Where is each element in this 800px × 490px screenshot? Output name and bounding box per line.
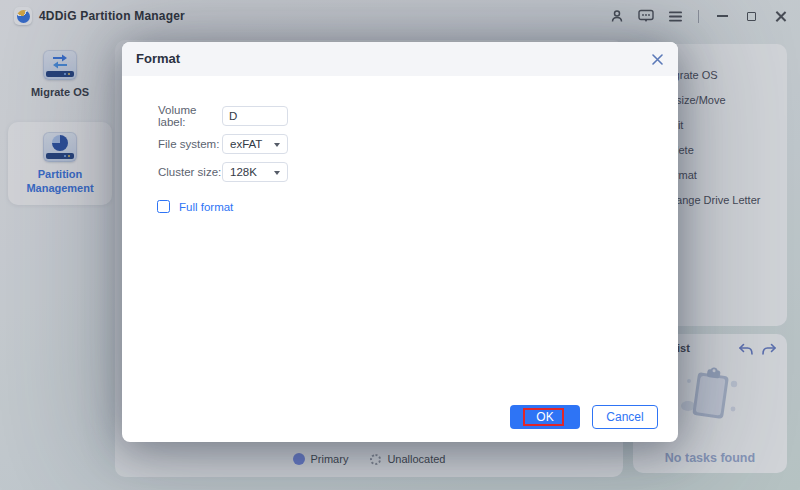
cluster-size-value: 128K	[230, 163, 257, 181]
cluster-size-label: Cluster size:	[158, 166, 222, 178]
cancel-button[interactable]: Cancel	[592, 405, 658, 429]
ok-button[interactable]: OK	[510, 405, 580, 429]
full-format-label: Full format	[179, 201, 233, 213]
volume-label-label: Volume label:	[158, 104, 222, 128]
file-system-label: File system:	[158, 138, 222, 150]
file-system-value: exFAT	[230, 135, 262, 153]
volume-label-row: Volume label:	[158, 106, 288, 126]
full-format-checkbox-row[interactable]: Full format	[157, 200, 233, 213]
dialog-close-icon[interactable]	[649, 51, 665, 67]
dialog-header: Format	[122, 42, 678, 76]
chevron-down-icon	[274, 171, 280, 175]
volume-label-input[interactable]	[222, 106, 288, 126]
chevron-down-icon	[274, 143, 280, 147]
cluster-size-row: Cluster size: 128K	[158, 162, 288, 182]
file-system-select[interactable]: exFAT	[222, 134, 288, 154]
full-format-checkbox[interactable]	[157, 200, 170, 213]
file-system-row: File system: exFAT	[158, 134, 288, 154]
dialog-title: Format	[136, 42, 180, 76]
format-dialog: Format Volume label: File system: exFAT …	[122, 42, 678, 442]
cluster-size-select[interactable]: 128K	[222, 162, 288, 182]
